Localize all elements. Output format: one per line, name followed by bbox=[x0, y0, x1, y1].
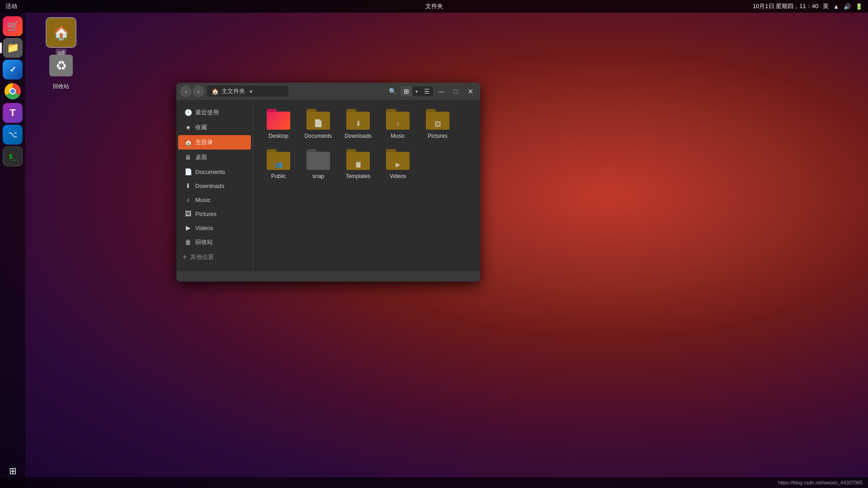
dock-item-chrome[interactable] bbox=[3, 81, 23, 101]
bottom-url: https://blog.csdn.net/weixin_44307065 bbox=[778, 480, 863, 485]
sidebar-item-documents[interactable]: 📄 Documents bbox=[178, 165, 251, 178]
terminal-icon: $_ bbox=[9, 153, 17, 160]
software-icon: 🛒 bbox=[7, 20, 19, 32]
folder-music[interactable]: ♪ Music bbox=[380, 107, 416, 144]
qdl-icon: 🏠 bbox=[47, 18, 75, 47]
sidebar-item-downloads[interactable]: ⬇ Downloads bbox=[178, 179, 251, 192]
folder-documents-icon: 📄 bbox=[307, 111, 330, 131]
sidebar-home-label: 主目录 bbox=[195, 138, 213, 146]
sidebar-item-pictures[interactable]: 🖼 Pictures bbox=[178, 207, 251, 221]
folder-downloads-icon: ⬇ bbox=[346, 111, 370, 131]
titlebar-actions: 🔍 ⊞ ▾ ☰ — □ ✕ bbox=[386, 85, 476, 98]
topbar-wifi: ▲ bbox=[833, 3, 839, 10]
back-button[interactable]: ‹ bbox=[180, 85, 192, 97]
sidebar-item-other[interactable]: + 其他位置 bbox=[176, 250, 253, 264]
topbar-datetime: 10月1日 星期四，11：40 bbox=[753, 2, 818, 10]
dock-item-files[interactable]: 📁 bbox=[3, 38, 23, 58]
sidebar-item-home[interactable]: 🏠 主目录 bbox=[178, 135, 251, 150]
folder-pictures[interactable]: 🖼 Pictures bbox=[420, 107, 456, 144]
music-icon: ♪ bbox=[184, 196, 192, 203]
status-bar bbox=[176, 272, 480, 282]
folder-downloads-label: Downloads bbox=[344, 133, 371, 140]
folder-desktop-label: Desktop bbox=[269, 133, 288, 140]
topbar-right: 10月1日 星期四，11：40 英 ▲ 🔊 🔋 bbox=[753, 2, 863, 10]
sidebar-section-main: 🕐 最近使用 ★ 收藏 🏠 主目录 🖥 桌面 📄 Documents bbox=[176, 105, 253, 249]
search-icon: 🔍 bbox=[389, 88, 396, 95]
folder-snap[interactable]: snap bbox=[300, 147, 336, 184]
recycle-label: 回收站 bbox=[51, 82, 71, 91]
minimize-button[interactable]: — bbox=[435, 85, 448, 98]
dock-item-vscode[interactable]: ⌥ bbox=[3, 125, 23, 145]
sidebar-item-videos[interactable]: ▶ Videos bbox=[178, 221, 251, 235]
folder-music-icon: ♪ bbox=[386, 111, 410, 131]
folder-downloads[interactable]: ⬇ Downloads bbox=[340, 107, 376, 144]
folder-snap-label: snap bbox=[312, 173, 324, 180]
view-toggle: ⊞ ▾ ☰ bbox=[401, 86, 433, 96]
grid-view-icon: ⊞ bbox=[404, 88, 409, 95]
chrome-icon bbox=[5, 83, 21, 99]
path-label: 主文件夹 bbox=[222, 87, 245, 95]
file-manager-window: ‹ › 🏠 主文件夹 ▾ 🔍 ⊞ ▾ ☰ — bbox=[176, 83, 480, 282]
text-icon: T bbox=[9, 107, 15, 119]
trash-icon: 🗑 bbox=[184, 239, 192, 246]
folder-pictures-label: Pictures bbox=[428, 133, 447, 140]
folder-templates[interactable]: 📋 Templates bbox=[340, 147, 376, 184]
view-dropdown-button[interactable]: ▾ bbox=[412, 88, 421, 95]
vscode-icon: ⌥ bbox=[8, 130, 18, 140]
desktop-icon-small: 🖥 bbox=[184, 154, 192, 161]
folder-videos-label: Videos bbox=[390, 173, 406, 180]
path-home-icon: 🏠 bbox=[212, 88, 219, 95]
folder-desktop-icon bbox=[267, 111, 290, 131]
folder-videos[interactable]: ▶ Videos bbox=[380, 147, 416, 184]
path-bar[interactable]: 🏠 主文件夹 ▾ bbox=[207, 86, 288, 97]
folder-videos-icon: ▶ bbox=[386, 151, 410, 171]
sidebar-videos-label: Videos bbox=[195, 225, 213, 231]
chevron-down-icon: ▾ bbox=[415, 89, 418, 94]
search-button[interactable]: 🔍 bbox=[386, 85, 399, 98]
folder-public-label: Public bbox=[271, 173, 286, 180]
folder-grid: Desktop 📄 Documents bbox=[260, 107, 473, 183]
sidebar-other-label: 其他位置 bbox=[190, 253, 214, 261]
bottom-bar: https://blog.csdn.net/weixin_44307065 bbox=[0, 477, 868, 488]
home-icon: 🏠 bbox=[184, 139, 192, 146]
sidebar-item-music[interactable]: ♪ Music bbox=[178, 193, 251, 206]
sidebar-item-recent[interactable]: 🕐 最近使用 bbox=[178, 105, 251, 120]
desktop-icon-recycle[interactable]: ♻ 回收站 bbox=[41, 51, 81, 91]
dock: 🛒 📁 ✓ T ⌥ $_ ⊞ bbox=[0, 13, 25, 488]
plus-icon: + bbox=[183, 253, 187, 261]
sidebar-documents-label: Documents bbox=[195, 169, 225, 175]
dock-item-terminal[interactable]: $_ bbox=[3, 146, 23, 166]
sidebar-music-label: Music bbox=[195, 197, 211, 203]
main-content: Desktop 📄 Documents bbox=[253, 100, 480, 272]
dock-item-software[interactable]: 🛒 bbox=[3, 16, 23, 36]
folder-desktop[interactable]: Desktop bbox=[260, 107, 297, 144]
files-icon: 📁 bbox=[7, 42, 19, 54]
sidebar-item-desktop[interactable]: 🖥 桌面 bbox=[178, 150, 251, 164]
activity-label[interactable]: 活动 bbox=[5, 2, 17, 10]
folder-templates-label: Templates bbox=[346, 173, 371, 180]
folder-templates-icon: 📋 bbox=[346, 151, 370, 171]
sidebar-item-trash[interactable]: 🗑 回收站 bbox=[178, 235, 251, 249]
sidebar-item-bookmarks[interactable]: ★ 收藏 bbox=[178, 120, 251, 135]
documents-icon: 📄 bbox=[184, 168, 192, 175]
forward-button[interactable]: › bbox=[193, 85, 204, 97]
topbar-lang[interactable]: 英 bbox=[823, 2, 829, 10]
topbar-battery[interactable]: 🔋 bbox=[855, 3, 863, 10]
topbar-files-label: 文件夹 bbox=[425, 2, 443, 10]
downloads-icon: ⬇ bbox=[184, 182, 192, 189]
sidebar: 🕐 最近使用 ★ 收藏 🏠 主目录 🖥 桌面 📄 Documents bbox=[176, 100, 253, 272]
folder-public-icon: 👥 bbox=[267, 151, 290, 171]
path-dropdown-icon[interactable]: ▾ bbox=[250, 88, 253, 95]
list-view-button[interactable]: ☰ bbox=[421, 86, 433, 96]
maximize-button[interactable]: □ bbox=[449, 85, 462, 98]
sidebar-trash-label: 回收站 bbox=[195, 238, 213, 246]
folder-public[interactable]: 👥 Public bbox=[260, 147, 297, 184]
window-titlebar: ‹ › 🏠 主文件夹 ▾ 🔍 ⊞ ▾ ☰ — bbox=[176, 83, 480, 100]
dock-item-todo[interactable]: ✓ bbox=[3, 60, 23, 80]
close-button[interactable]: ✕ bbox=[464, 85, 476, 98]
dock-item-text[interactable]: T bbox=[3, 103, 23, 123]
folder-music-label: Music bbox=[391, 133, 405, 140]
grid-view-button[interactable]: ⊞ bbox=[401, 86, 412, 96]
folder-documents[interactable]: 📄 Documents bbox=[300, 107, 336, 144]
topbar-volume[interactable]: 🔊 bbox=[844, 3, 851, 10]
